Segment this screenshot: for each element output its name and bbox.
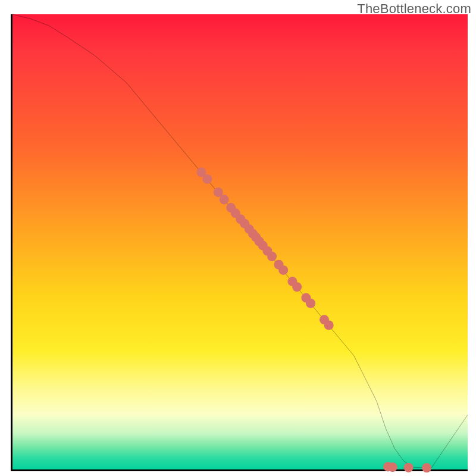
- data-point: [220, 195, 229, 204]
- data-point: [267, 252, 277, 261]
- plot-area: [11, 14, 468, 471]
- data-point: [202, 174, 212, 184]
- data-points: [196, 167, 431, 472]
- data-point: [324, 320, 334, 330]
- chart-stage: TheBottleneck.com: [0, 0, 476, 476]
- data-point: [404, 463, 414, 472]
- chart-overlay: [12, 14, 468, 469]
- data-point: [388, 462, 397, 472]
- data-point: [306, 299, 315, 308]
- data-point: [422, 463, 431, 472]
- data-point: [292, 282, 302, 292]
- data-point: [278, 265, 288, 275]
- curve-line: [12, 14, 468, 468]
